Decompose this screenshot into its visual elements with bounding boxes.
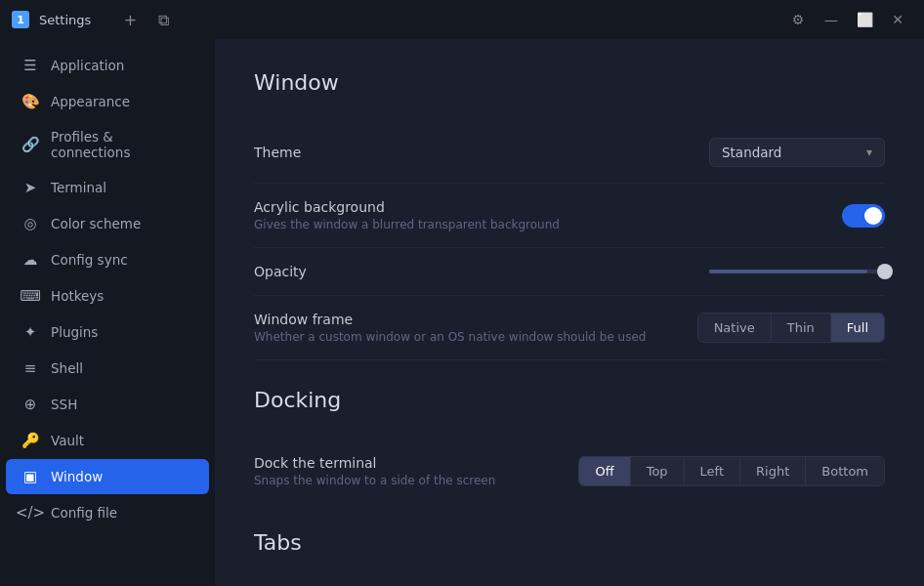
sidebar-item-label: Plugins	[51, 324, 98, 340]
dock-setting: Dock the terminal Snaps the window to a …	[254, 440, 885, 503]
window-frame-setting: Window frame Whether a custom window or …	[254, 296, 885, 360]
theme-label-group: Theme	[254, 145, 301, 160]
dropdown-arrow-icon: ▾	[866, 146, 872, 159]
titlebar: 1 Settings + ⧉ ⚙ — ⬜ ✕	[0, 0, 924, 39]
plugins-icon: ✦	[21, 323, 39, 341]
sidebar-item-config-sync[interactable]: ☁ Config sync	[6, 242, 209, 277]
window-frame-full-btn[interactable]: Full	[831, 314, 884, 342]
profiles-icon: 🔗	[21, 136, 39, 153]
sidebar-item-label: Hotkeys	[51, 288, 104, 304]
window-section-title: Window	[254, 70, 885, 95]
sidebar-item-vault[interactable]: 🔑 Vault	[6, 423, 209, 458]
opacity-label-group: Opacity	[254, 264, 307, 279]
opacity-setting: Opacity	[254, 248, 885, 296]
opacity-slider[interactable]	[709, 270, 885, 273]
minimize-button[interactable]: —	[817, 6, 846, 33]
appearance-icon: 🎨	[21, 93, 39, 110]
content-area: Window Theme Standard ▾ Acrylic backgrou…	[215, 39, 924, 586]
acrylic-toggle[interactable]	[842, 204, 885, 228]
shell-icon: ≡	[21, 359, 39, 377]
window-frame-thin-btn[interactable]: Thin	[772, 314, 831, 342]
sidebar-item-hotkeys[interactable]: ⌨ Hotkeys	[6, 278, 209, 314]
titlebar-left: 1 Settings + ⧉	[12, 6, 177, 33]
tab-tile-icon[interactable]: ⧉	[149, 6, 177, 33]
hotkeys-icon: ⌨	[21, 287, 39, 305]
config-file-icon: </>	[21, 504, 39, 522]
sidebar-item-label: Application	[51, 58, 124, 73]
close-button[interactable]: ✕	[883, 6, 912, 33]
theme-dropdown[interactable]: Standard ▾	[709, 138, 885, 167]
vault-icon: 🔑	[21, 432, 39, 449]
sidebar-item-profiles[interactable]: 🔗 Profiles & connections	[6, 120, 209, 169]
docking-section-title: Docking	[254, 388, 885, 412]
sidebar-item-window[interactable]: ▣ Window	[6, 459, 209, 494]
dock-top-btn[interactable]: Top	[631, 457, 685, 485]
window-frame-label: Window frame	[254, 312, 646, 327]
color-scheme-icon: ◎	[21, 215, 39, 232]
window-icon: ▣	[21, 468, 39, 485]
sidebar: ☰ Application 🎨 Appearance 🔗 Profiles & …	[0, 39, 215, 586]
maximize-button[interactable]: ⬜	[850, 6, 879, 33]
sidebar-item-label: Color scheme	[51, 216, 141, 231]
sidebar-item-label: Window	[51, 469, 103, 484]
sidebar-item-ssh[interactable]: ⊕ SSH	[6, 387, 209, 422]
acrylic-desc: Gives the window a blurred transparent b…	[254, 218, 560, 231]
sidebar-item-label: Appearance	[51, 94, 130, 109]
slider-track	[709, 270, 867, 273]
sidebar-item-appearance[interactable]: 🎨 Appearance	[6, 84, 209, 119]
config-sync-icon: ☁	[21, 251, 39, 269]
theme-label: Theme	[254, 145, 301, 160]
opacity-label: Opacity	[254, 264, 307, 279]
sidebar-item-label: Config file	[51, 505, 117, 521]
dock-btn-group: Off Top Left Right Bottom	[578, 456, 885, 486]
acrylic-setting: Acrylic background Gives the window a bl…	[254, 184, 885, 248]
sidebar-item-label: SSH	[51, 397, 77, 412]
main-layout: ☰ Application 🎨 Appearance 🔗 Profiles & …	[0, 39, 924, 586]
theme-value: Standard	[722, 145, 781, 160]
dock-desc: Snaps the window to a side of the screen	[254, 474, 495, 487]
opacity-slider-container[interactable]	[709, 270, 885, 273]
docking-section: Docking Dock the terminal Snaps the wind…	[254, 388, 885, 503]
dock-left-btn[interactable]: Left	[685, 457, 740, 485]
sidebar-item-label: Vault	[51, 433, 84, 448]
sidebar-item-label: Shell	[51, 360, 83, 376]
app-title: Settings	[39, 13, 91, 27]
dock-off-btn[interactable]: Off	[579, 457, 630, 485]
sidebar-item-config-file[interactable]: </> Config file	[6, 495, 209, 530]
window-controls: ⚙ — ⬜ ✕	[783, 6, 912, 33]
sidebar-item-plugins[interactable]: ✦ Plugins	[6, 314, 209, 350]
sidebar-item-color-scheme[interactable]: ◎ Color scheme	[6, 206, 209, 241]
window-frame-label-group: Window frame Whether a custom window or …	[254, 312, 646, 344]
titlebar-tabs: + ⧉	[116, 6, 177, 33]
application-icon: ☰	[21, 57, 39, 74]
dock-label-group: Dock the terminal Snaps the window to a …	[254, 455, 495, 487]
window-frame-btn-group: Native Thin Full	[697, 313, 885, 343]
theme-setting: Theme Standard ▾	[254, 122, 885, 184]
window-frame-desc: Whether a custom window or an OS native …	[254, 330, 646, 344]
new-tab-button[interactable]: +	[116, 6, 144, 33]
sidebar-item-label: Terminal	[51, 180, 106, 195]
sidebar-item-label: Config sync	[51, 252, 128, 268]
sidebar-item-label: Profiles & connections	[51, 129, 193, 160]
dock-right-btn[interactable]: Right	[740, 457, 806, 485]
tabs-location-setting: Tabs location Top Bottom Left Right	[254, 582, 885, 586]
tabs-section-title: Tabs	[254, 530, 885, 555]
sidebar-item-terminal[interactable]: ➤ Terminal	[6, 170, 209, 205]
tabs-section: Tabs Tabs location Top Bottom Left Right	[254, 530, 885, 586]
slider-thumb[interactable]	[877, 264, 893, 279]
sidebar-item-application[interactable]: ☰ Application	[6, 48, 209, 83]
toggle-knob	[864, 207, 882, 225]
dock-label: Dock the terminal	[254, 455, 495, 471]
dock-bottom-btn[interactable]: Bottom	[806, 457, 884, 485]
sidebar-item-shell[interactable]: ≡ Shell	[6, 351, 209, 386]
app-logo: 1	[12, 11, 29, 28]
ssh-icon: ⊕	[21, 396, 39, 413]
acrylic-label: Acrylic background	[254, 199, 560, 215]
acrylic-label-group: Acrylic background Gives the window a bl…	[254, 199, 560, 231]
settings-button[interactable]: ⚙	[783, 6, 813, 33]
window-frame-native-btn[interactable]: Native	[698, 314, 772, 342]
terminal-icon: ➤	[21, 179, 39, 196]
